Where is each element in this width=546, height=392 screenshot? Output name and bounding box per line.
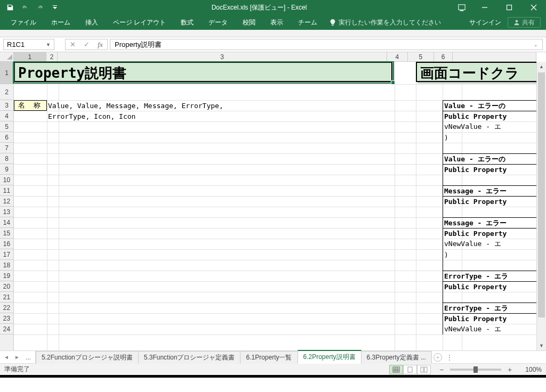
row-header[interactable]: 22 [0, 303, 13, 313]
document-title-cell[interactable]: Property説明書 [14, 62, 392, 82]
name-box[interactable]: R1C1 ▼ [3, 39, 54, 50]
row-header[interactable]: 1 [0, 62, 13, 84]
row-header[interactable]: 10 [0, 175, 13, 185]
right-pane-line[interactable]: Public Property [443, 228, 546, 239]
zoom-out-button[interactable]: − [437, 365, 446, 374]
column-header[interactable]: 2 [46, 52, 58, 62]
sheet-tab[interactable]: 6.3Property定義書 ... [361, 351, 432, 364]
zoom-percent[interactable]: 100% [518, 366, 542, 373]
name-label-cell[interactable]: 名 称 [14, 100, 47, 111]
minimize-button[interactable] [472, 0, 497, 15]
right-pane-line[interactable]: Message - エラー [443, 185, 546, 196]
page-layout-view-button[interactable] [403, 365, 417, 374]
row-header[interactable]: 20 [0, 281, 13, 292]
maximize-button[interactable] [497, 0, 521, 15]
tab-more-button[interactable]: ⋮ [444, 351, 455, 363]
right-pane-line[interactable]: ErrorType - エラ [443, 303, 546, 313]
right-pane-line[interactable]: Public Property [443, 111, 546, 121]
insert-function-button[interactable]: fx [93, 39, 107, 50]
row-headers[interactable]: 123456789101112131415161718192021222324 [0, 62, 14, 350]
right-pane-line[interactable]: Value - エラーの [443, 100, 546, 111]
scroll-up-button[interactable]: ▲ [537, 62, 546, 71]
cell-text[interactable]: ErrorType, Icon, Icon [47, 111, 395, 121]
column-header[interactable]: 4 [387, 52, 408, 62]
vertical-scrollbar[interactable]: ▲ ▼ [536, 62, 546, 350]
name-box-dropdown-icon[interactable]: ▼ [46, 42, 51, 47]
save-button[interactable] [3, 1, 17, 14]
page-break-view-button[interactable] [417, 365, 431, 374]
normal-view-button[interactable] [389, 365, 403, 374]
row-header[interactable]: 9 [0, 164, 13, 175]
right-pane-line[interactable]: Value - エラーの [443, 153, 546, 164]
sheet-tab[interactable]: 6.1Property一覧 [240, 351, 298, 364]
column-headers[interactable]: 123456 [14, 52, 536, 62]
right-pane-line[interactable]: Public Property [443, 313, 546, 324]
tab-scroll-first[interactable]: ... [23, 354, 33, 361]
tab-file[interactable]: ファイル [3, 15, 44, 30]
right-pane-line[interactable]: vNewValue - エ [443, 239, 546, 249]
row-header[interactable]: 11 [0, 185, 13, 196]
sheet-tab[interactable]: 6.2Property説明書 [298, 350, 362, 364]
zoom-slider-handle[interactable] [473, 366, 478, 373]
row-header[interactable]: 2 [0, 84, 13, 100]
zoom-in-button[interactable]: + [505, 365, 514, 374]
sign-in-link[interactable]: サインイン [463, 18, 508, 27]
right-pane-line[interactable]: vNewValue - エ [443, 324, 546, 334]
tab-scroll-left[interactable]: ◄ [2, 353, 11, 362]
qat-customize-dropdown[interactable] [48, 1, 62, 14]
scrollbar-thumb[interactable] [538, 72, 545, 317]
zoom-slider[interactable] [450, 369, 501, 371]
share-button[interactable]: 共有 [508, 17, 541, 28]
close-button[interactable] [521, 0, 546, 15]
row-header[interactable]: 18 [0, 260, 13, 271]
ribbon-display-options[interactable] [453, 0, 470, 15]
select-all-corner[interactable] [0, 52, 14, 62]
right-pane-line[interactable]: ErrorType - エラ [443, 271, 546, 281]
redo-button[interactable] [33, 1, 47, 14]
right-pane-line[interactable]: Public Property [443, 164, 546, 175]
row-header[interactable]: 21 [0, 292, 13, 303]
tab-home[interactable]: ホーム [44, 15, 78, 30]
sheet-tab[interactable]: 5.2Functionプロシージャ説明書 [36, 351, 139, 364]
row-header[interactable]: 23 [0, 313, 13, 324]
row-header[interactable]: 5 [0, 121, 13, 132]
column-header[interactable] [453, 52, 536, 62]
new-sheet-button[interactable]: + [431, 351, 444, 363]
undo-button[interactable] [18, 1, 32, 14]
row-header[interactable]: 4 [0, 111, 13, 121]
row-header[interactable]: 15 [0, 228, 13, 239]
worksheet-grid[interactable]: 123456 123456789101112131415161718192021… [0, 52, 546, 350]
cell-text[interactable]: Value, Value, Message, Message, ErrorTyp… [47, 100, 395, 111]
row-header[interactable]: 12 [0, 196, 13, 207]
tab-review[interactable]: 校閲 [235, 15, 263, 30]
sheet-tab[interactable]: 5.3Functionプロシージャ定義書 [138, 351, 241, 364]
row-header[interactable]: 14 [0, 217, 13, 228]
expand-formula-bar-icon[interactable]: ⌄ [534, 42, 538, 47]
tab-view[interactable]: 表示 [263, 15, 291, 30]
row-header[interactable]: 13 [0, 207, 13, 217]
tab-formulas[interactable]: 数式 [173, 15, 201, 30]
column-header[interactable]: 1 [14, 52, 46, 62]
right-pane-line[interactable]: vNewValue - エ [443, 121, 546, 132]
right-title-cell[interactable]: 画面コードクラ [416, 62, 546, 82]
enter-formula-button[interactable]: ✓ [79, 39, 93, 50]
formula-input[interactable]: Property説明書 ⌄ [110, 39, 543, 50]
right-pane-line[interactable]: Public Property [443, 281, 546, 292]
row-header[interactable]: 24 [0, 324, 13, 334]
row-header[interactable]: 19 [0, 271, 13, 281]
row-header[interactable]: 7 [0, 143, 13, 153]
column-header[interactable]: 5 [408, 52, 434, 62]
row-header[interactable]: 8 [0, 153, 13, 164]
right-pane-line[interactable]: Public Property [443, 196, 546, 207]
cancel-formula-button[interactable]: ✕ [66, 39, 79, 50]
right-pane-line[interactable]: Message - エラー [443, 217, 546, 228]
right-pane-line[interactable]: ) [443, 249, 546, 260]
tab-page-layout[interactable]: ページ レイアウト [106, 15, 173, 30]
row-header[interactable]: 17 [0, 249, 13, 260]
row-header[interactable]: 3 [0, 100, 13, 111]
tab-data[interactable]: データ [201, 15, 235, 30]
tab-team[interactable]: チーム [291, 15, 325, 30]
cells-area[interactable]: Property説明書画面コードクラ名 称Value, Value, Messa… [14, 62, 536, 350]
column-header[interactable]: 6 [434, 52, 453, 62]
row-header[interactable]: 16 [0, 239, 13, 249]
